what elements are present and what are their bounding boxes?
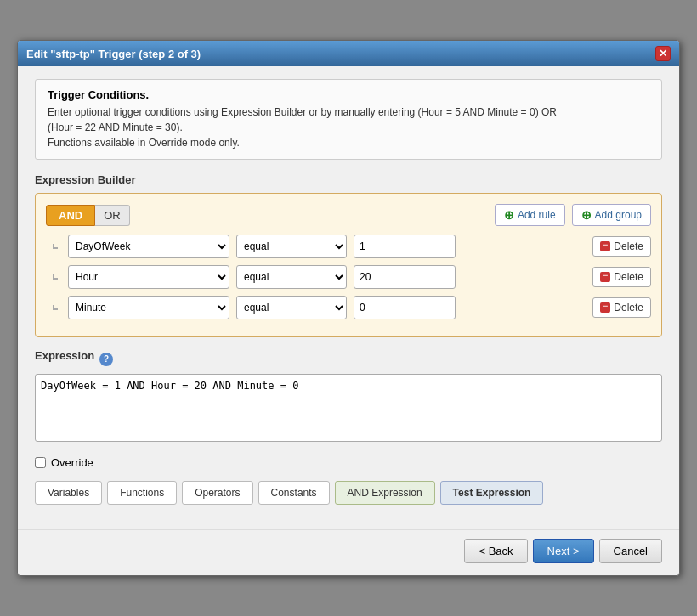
functions-button[interactable]: Functions [107,481,177,505]
trigger-conditions-heading: Trigger Conditions. [48,88,649,101]
add-group-button[interactable]: ⊕ Add group [572,204,651,226]
constants-button[interactable]: Constants [258,481,330,505]
rule-field-3[interactable]: DayOfWeek Hour Minute Year Month Day [68,296,230,319]
and-button[interactable]: AND [46,205,95,226]
and-expression-button[interactable]: AND Expression [335,481,435,505]
rule-field-1[interactable]: DayOfWeek Hour Minute Year Month Day [68,235,230,258]
trigger-conditions-desc2: (Hour = 22 AND Minute = 30). [48,120,649,135]
delete-label-3: Delete [614,302,643,314]
test-expression-button[interactable]: Test Expression [440,481,544,505]
edit-trigger-dialog: Edit "sftp-tp" Trigger (step 2 of 3) ✕ T… [17,40,680,576]
rule-value-1[interactable] [354,235,456,258]
dialog-footer: < Back Next > Cancel [18,529,679,575]
rule-row-3: DayOfWeek Hour Minute Year Month Day equ… [46,296,651,319]
back-button[interactable]: < Back [464,539,527,563]
delete-label-2: Delete [614,271,643,283]
dialog-body: Trigger Conditions. Enter optional trigg… [18,66,679,529]
rule-connector-2 [53,274,58,280]
delete-icon-1 [600,241,610,251]
expression-builder-container: AND OR ⊕ Add rule ⊕ Add group [35,193,662,337]
or-button[interactable]: OR [95,205,130,226]
override-label[interactable]: Override [51,456,94,469]
trigger-conditions-info: Trigger Conditions. Enter optional trigg… [35,79,662,160]
expression-builder-label: Expression Builder [35,173,662,186]
rule-row-2: DayOfWeek Hour Minute Year Month Day equ… [46,265,651,289]
delete-label-1: Delete [614,240,643,252]
expression-label-row: Expression ? [35,349,662,369]
expression-section: Expression ? DayOfWeek = 1 AND Hour = 20… [35,349,662,444]
toolbar-row: Variables Functions Operators Constants … [35,481,662,505]
delete-rule-3-button[interactable]: Delete [592,297,651,318]
variables-button[interactable]: Variables [35,481,102,505]
plus-icon: ⊕ [504,208,514,222]
next-button[interactable]: Next > [533,539,594,563]
rule-connector-3 [53,305,58,310]
rule-value-2[interactable] [354,265,456,289]
cancel-button[interactable]: Cancel [599,539,662,563]
delete-icon-3 [600,302,610,313]
rule-operator-1[interactable]: equal not equal less than greater than [236,235,347,258]
expression-textarea[interactable]: DayOfWeek = 1 AND Hour = 20 AND Minute =… [35,374,662,442]
expression-label: Expression [35,349,94,362]
builder-header: AND OR ⊕ Add rule ⊕ Add group [46,204,651,226]
override-row: Override [35,456,662,469]
help-icon[interactable]: ? [99,353,113,366]
trigger-conditions-desc3: Functions available in Override mode onl… [48,135,649,150]
override-checkbox[interactable] [35,457,46,468]
add-rule-label: Add rule [518,209,556,221]
rule-value-3[interactable] [354,296,456,319]
delete-icon-2 [600,272,610,282]
dialog-title-text: Edit "sftp-tp" Trigger (step 2 of 3) [26,48,201,60]
and-or-toggle: AND OR [46,205,130,226]
builder-actions: ⊕ Add rule ⊕ Add group [495,204,651,226]
add-group-label: Add group [595,209,642,221]
delete-rule-2-button[interactable]: Delete [592,267,651,287]
close-button[interactable]: ✕ [655,46,671,61]
rule-operator-3[interactable]: equal not equal less than greater than [236,296,347,319]
delete-rule-1-button[interactable]: Delete [592,236,651,257]
rule-connector-1 [53,244,58,249]
trigger-conditions-desc1: Enter optional trigger conditions using … [48,105,649,120]
dialog-titlebar: Edit "sftp-tp" Trigger (step 2 of 3) ✕ [18,41,679,66]
rule-row-1: DayOfWeek Hour Minute Year Month Day equ… [46,235,651,258]
rule-field-2[interactable]: DayOfWeek Hour Minute Year Month Day [68,265,230,289]
plus-group-icon: ⊕ [581,208,592,222]
rule-operator-2[interactable]: equal not equal less than greater than [236,265,347,289]
add-rule-button[interactable]: ⊕ Add rule [495,204,565,226]
operators-button[interactable]: Operators [182,481,252,505]
